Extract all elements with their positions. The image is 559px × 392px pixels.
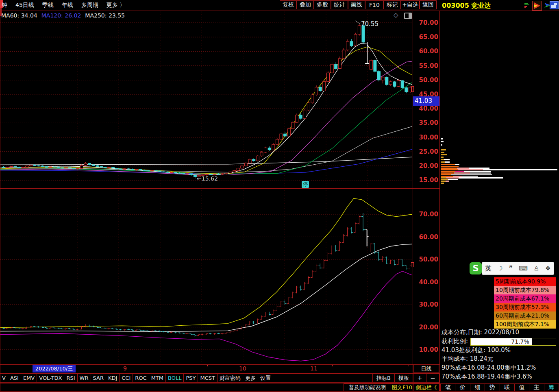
menu-item-2[interactable]: 季线 xyxy=(42,2,54,9)
main-candlestick-chart[interactable]: 70.55←15.62 xyxy=(0,11,413,188)
axis-label-65: 65.00 xyxy=(415,33,438,41)
tab-EMV[interactable]: EMV xyxy=(21,374,37,383)
tab-PSY[interactable]: PSY xyxy=(183,374,198,383)
axis-label-70: 70.00 xyxy=(415,211,438,218)
boll-indicator-chart[interactable] xyxy=(0,189,413,364)
toolbar-button-3[interactable]: 统计 xyxy=(331,0,348,9)
tab-设置[interactable]: 设置 xyxy=(258,374,273,383)
tab-ROC[interactable]: ROC xyxy=(133,374,149,383)
keyboard-icon[interactable]: ⌨ xyxy=(519,265,528,272)
cost-info-line-2: 90%成本16.08-24.00集中11.2% xyxy=(442,364,536,372)
help-button[interactable]: 普及版功能说明 xyxy=(344,383,391,391)
punctuation-icon[interactable]: ” xyxy=(509,265,513,272)
tab-更多[interactable]: 更多 xyxy=(243,374,258,383)
axis-label-30: 30.00 xyxy=(415,134,438,141)
moon-icon[interactable]: ☽ xyxy=(497,265,502,272)
window-panel-icon[interactable] xyxy=(550,1,559,9)
menu-item-1[interactable]: 45日线 xyxy=(15,2,34,9)
chart-annotation-0: 70.55 xyxy=(361,20,378,28)
lower-price-marker xyxy=(411,262,414,267)
tab-CCI[interactable]: CCI xyxy=(119,374,133,383)
tab-模板[interactable]: 模板 xyxy=(394,374,413,383)
tab-MCST[interactable]: MCST xyxy=(198,374,218,383)
axis-label-40: 40.00 xyxy=(415,279,438,286)
axis-label-55: 55.00 xyxy=(415,62,438,70)
plus-button[interactable]: + xyxy=(413,374,426,383)
menu-item-0[interactable]: 钟 xyxy=(2,2,7,9)
side-button-价[interactable]: 价 xyxy=(455,383,470,391)
toolbar-buttons: 复权叠加多股统计画线F10标记+自选返回 xyxy=(280,0,437,9)
side-button-势[interactable]: 势 xyxy=(485,383,500,391)
period-box[interactable]: 日线 xyxy=(413,365,439,373)
ime-items: 英☽”⌨♙❖ xyxy=(482,262,554,275)
tab-SAR[interactable]: SAR xyxy=(91,374,106,383)
minus-button[interactable]: − xyxy=(426,374,439,383)
month-label-11: 11 xyxy=(310,365,318,372)
date-cursor-box[interactable]: 2022/08/10/三 xyxy=(33,365,76,372)
menu-item-3[interactable]: 年线 xyxy=(62,2,73,9)
profit-ratio-label: 获利比例: xyxy=(442,338,468,345)
period-menu: 钟45日线季线年线多周期更多 〉 xyxy=(2,2,125,9)
chart-left-border xyxy=(0,11,0,391)
axis-label-70: 70.00 xyxy=(415,19,438,26)
screen-bottom-border xyxy=(0,391,559,392)
month-label-9: 9 xyxy=(123,365,127,372)
side-button-笔[interactable]: 笔 xyxy=(440,383,455,391)
profit-ratio-bar: 71.7% xyxy=(470,338,556,346)
tdx-logo-icon[interactable] xyxy=(532,1,542,11)
month-label-10: 10 xyxy=(239,365,246,372)
tab-V[interactable]: V xyxy=(0,374,8,383)
tab-KDJ[interactable]: KDJ xyxy=(106,374,120,383)
axis-label-60: 60.00 xyxy=(415,233,438,241)
axis-label-60: 60.00 xyxy=(415,48,438,55)
axis-right-border xyxy=(439,11,440,391)
toolbar-button-8[interactable]: 返回 xyxy=(420,0,437,9)
side-button-联[interactable]: 联 xyxy=(500,383,515,391)
f10-button[interactable]: 图文F10 xyxy=(391,383,413,391)
sidebar-button[interactable]: 侧边栏《 xyxy=(413,383,439,391)
user-icon[interactable]: ♙ xyxy=(534,265,539,272)
price-tag: 41.03 xyxy=(413,96,439,106)
side-button-细[interactable]: 细 xyxy=(470,383,485,391)
menu-item-4[interactable]: 多周期 xyxy=(81,2,98,9)
legend-row-4: 60周期前成本21.0% xyxy=(494,311,556,320)
side-button-值[interactable]: 值 xyxy=(514,383,529,391)
tab-指标B[interactable]: 指标B xyxy=(372,374,395,383)
toolbar-button-6[interactable]: 标记 xyxy=(384,0,401,9)
cost-date-line: 成本分布,日期: 2022/08/10 xyxy=(442,329,519,336)
toolbar-button-1[interactable]: 叠加 xyxy=(297,0,314,9)
side-button-主[interactable]: 主 xyxy=(529,383,544,391)
toolbar-button-2[interactable]: 多股 xyxy=(314,0,331,9)
toolbar-button-7[interactable]: +自选 xyxy=(401,0,420,9)
cost-info-line-1: 平均成本: 18.24元 xyxy=(442,355,494,363)
ime-toolbar[interactable]: S 英☽”⌨♙❖ xyxy=(470,262,554,275)
toolbar-button-4[interactable]: 画线 xyxy=(348,0,365,9)
side-button-bar: 笔价细势联值主筹 xyxy=(441,383,559,391)
tab-ASI[interactable]: ASI xyxy=(8,374,21,383)
lang-en[interactable]: 英 xyxy=(485,265,491,272)
halt-badge: 停 xyxy=(302,181,309,188)
tab-RSI[interactable]: RSI xyxy=(64,374,77,383)
axis-label-25: 25.00 xyxy=(415,148,438,155)
tab-WR[interactable]: WR xyxy=(77,374,91,383)
cost-info-line-3: 70%成本16.88-19.44集中3.6% xyxy=(442,373,532,381)
mini-bars-icon[interactable] xyxy=(524,2,531,10)
profit-ratio-fill: 71.7% xyxy=(471,338,532,345)
ime-logo[interactable]: S xyxy=(470,262,482,274)
axis-label-50: 50.00 xyxy=(415,256,438,263)
apps-icon[interactable]: ❖ xyxy=(545,265,550,272)
axis-label-20: 20.00 xyxy=(415,324,438,331)
tab-VOL-TDX[interactable]: VOL-TDX xyxy=(37,374,64,383)
toolbar-button-5[interactable]: F10 xyxy=(365,0,384,9)
main-price-marker xyxy=(411,86,414,92)
cost-info-line-0: 41.03处获利盘: 100.0% xyxy=(442,346,511,354)
tab-财富密码[interactable]: 财富密码 xyxy=(217,374,243,383)
tab-BOLL[interactable]: BOLL xyxy=(165,374,184,383)
tab-bar-filler xyxy=(273,374,373,383)
axis-left-border xyxy=(413,11,413,391)
side-button-筹[interactable]: 筹 xyxy=(544,383,559,391)
menu-item-5[interactable]: 更多 〉 xyxy=(107,2,125,9)
legend-row-1: 10周期前成本79.8% xyxy=(494,286,556,294)
tab-MTM[interactable]: MTM xyxy=(149,374,166,383)
toolbar-button-0[interactable]: 复权 xyxy=(280,0,297,9)
